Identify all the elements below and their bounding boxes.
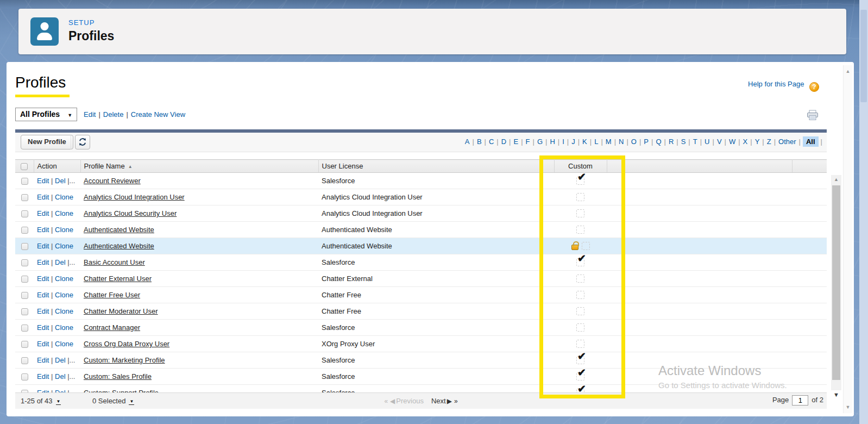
alphabet-filter-v[interactable]: V [716, 138, 722, 146]
row-checkbox[interactable] [21, 227, 28, 234]
column-header-custom[interactable]: Custom [554, 160, 607, 173]
scroll-down-icon[interactable]: ▼ [831, 391, 841, 398]
help-icon[interactable]: ? [809, 82, 819, 92]
alphabet-filter-o[interactable]: O [631, 138, 637, 146]
alphabet-filter-i[interactable]: I [562, 138, 565, 146]
row-action-clone-link[interactable]: Clone [55, 242, 73, 250]
action-overflow[interactable]: |... [66, 389, 76, 392]
profile-name-link[interactable]: Chatter Moderator User [84, 307, 158, 315]
row-checkbox[interactable] [21, 194, 28, 201]
alphabet-filter-w[interactable]: W [728, 138, 736, 146]
refresh-icon[interactable] [75, 135, 90, 149]
alphabet-filter-z[interactable]: Z [766, 138, 772, 146]
view-selector[interactable]: All Profiles▼ [15, 108, 77, 121]
panel-scroll-up-icon[interactable]: ▲ [844, 68, 852, 74]
page-number-input[interactable] [792, 395, 808, 406]
alphabet-filter-y[interactable]: Y [754, 138, 760, 146]
profile-name-link[interactable]: Custom: Sales Profile [84, 372, 152, 381]
alphabet-filter-k[interactable]: K [582, 138, 588, 146]
profile-name-link[interactable]: Chatter Free User [84, 291, 140, 299]
view-delete-link[interactable]: Delete [103, 110, 124, 119]
row-action-del-link[interactable]: Del [55, 177, 66, 185]
row-action-edit-link[interactable]: Edit [37, 389, 49, 392]
action-overflow[interactable]: |... [66, 177, 76, 185]
row-checkbox[interactable] [21, 178, 28, 185]
window-scrollbar[interactable] [859, 0, 868, 424]
row-action-clone-link[interactable]: Clone [55, 209, 73, 217]
column-header-user-license[interactable]: User License [318, 160, 554, 173]
row-action-edit-link[interactable]: Edit [37, 291, 49, 299]
row-action-edit-link[interactable]: Edit [37, 258, 49, 266]
alphabet-filter-j[interactable]: J [571, 138, 576, 146]
alphabet-filter-g[interactable]: G [537, 138, 543, 146]
row-checkbox[interactable] [21, 357, 28, 364]
alphabet-filter-n[interactable]: N [618, 138, 624, 146]
row-action-edit-link[interactable]: Edit [37, 356, 49, 364]
profile-name-link[interactable]: Analytics Cloud Security User [84, 209, 177, 217]
last-page-icon[interactable]: » [454, 397, 458, 405]
alphabet-filter-u[interactable]: U [704, 138, 710, 146]
row-action-clone-link[interactable]: Clone [55, 307, 73, 315]
list-scrollbar[interactable]: ▲ ▼ [831, 175, 841, 390]
panel-scrollbar[interactable]: ▲ ▼ [843, 65, 852, 413]
alphabet-filter-x[interactable]: X [743, 138, 749, 146]
profile-name-link[interactable]: Contract Manager [84, 323, 140, 332]
row-action-del-link[interactable]: Del [55, 372, 66, 381]
alphabet-filter-c[interactable]: C [488, 138, 494, 146]
row-action-edit-link[interactable]: Edit [37, 340, 49, 348]
alphabet-filter-all[interactable]: All [803, 136, 819, 147]
row-checkbox[interactable] [21, 243, 28, 250]
window-scrollbar-thumb[interactable] [860, 10, 867, 102]
profile-name-link[interactable]: Chatter External User [84, 275, 152, 283]
action-overflow[interactable]: |... [66, 258, 76, 266]
row-action-clone-link[interactable]: Clone [55, 226, 73, 234]
new-profile-button[interactable]: New Profile [21, 135, 73, 149]
scroll-up-icon[interactable]: ▲ [831, 177, 841, 182]
row-action-clone-link[interactable]: Clone [55, 193, 73, 201]
alphabet-filter-t[interactable]: T [693, 138, 698, 146]
row-checkbox[interactable] [21, 210, 28, 217]
profile-name-link[interactable]: Basic Account User [84, 258, 145, 266]
view-edit-link[interactable]: Edit [84, 110, 96, 119]
profile-name-link[interactable]: Authenticated Website [84, 242, 154, 250]
row-checkbox[interactable] [21, 276, 28, 283]
profile-name-link[interactable]: Account Reviewer [84, 177, 141, 185]
profile-name-link[interactable]: Authenticated Website [84, 226, 154, 234]
alphabet-filter-s[interactable]: S [681, 138, 687, 146]
alphabet-filter-m[interactable]: M [605, 138, 612, 146]
action-overflow[interactable]: |... [66, 372, 76, 381]
alphabet-filter-p[interactable]: P [643, 138, 649, 146]
row-action-clone-link[interactable]: Clone [55, 275, 73, 283]
help-link[interactable]: Help for this Page [748, 80, 804, 88]
alphabet-filter-other[interactable]: Other [778, 138, 797, 146]
row-action-edit-link[interactable]: Edit [37, 209, 49, 217]
row-action-edit-link[interactable]: Edit [37, 372, 49, 381]
row-action-clone-link[interactable]: Clone [55, 340, 73, 348]
row-action-edit-link[interactable]: Edit [37, 242, 49, 250]
row-checkbox[interactable] [21, 259, 28, 266]
row-action-del-link[interactable]: Del [55, 389, 66, 392]
alphabet-filter-r[interactable]: R [668, 138, 674, 146]
next-label[interactable]: Next [431, 397, 446, 405]
row-action-edit-link[interactable]: Edit [37, 193, 49, 201]
row-action-edit-link[interactable]: Edit [37, 275, 49, 283]
printer-icon[interactable] [806, 110, 819, 123]
action-overflow[interactable]: |... [66, 356, 76, 364]
alphabet-filter-e[interactable]: E [513, 138, 519, 146]
alphabet-filter-h[interactable]: H [549, 138, 555, 146]
alphabet-filter-b[interactable]: B [476, 138, 482, 146]
profile-name-link[interactable]: Cross Org Data Proxy User [84, 340, 169, 348]
alphabet-filter-f[interactable]: F [525, 138, 531, 146]
column-header-action[interactable]: Action [34, 160, 80, 173]
alphabet-filter-d[interactable]: D [501, 138, 507, 146]
alphabet-filter-a[interactable]: A [464, 138, 470, 146]
row-checkbox[interactable] [21, 308, 28, 315]
row-checkbox[interactable] [21, 341, 28, 348]
row-action-clone-link[interactable]: Clone [55, 291, 73, 299]
alphabet-filter-q[interactable]: Q [655, 138, 662, 146]
row-action-edit-link[interactable]: Edit [37, 307, 49, 315]
row-checkbox[interactable] [21, 292, 28, 299]
create-new-view-link[interactable]: Create New View [131, 110, 185, 119]
list-scrollbar-thumb[interactable] [832, 185, 840, 380]
row-action-del-link[interactable]: Del [55, 356, 66, 364]
